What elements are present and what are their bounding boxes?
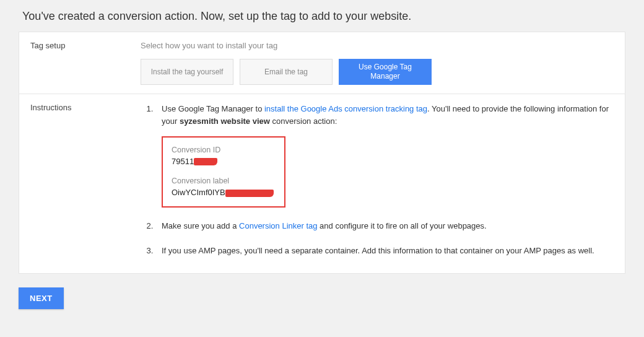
instructions-list: Use Google Tag Manager to install the Go…: [141, 103, 614, 265]
instructions-label: Instructions: [30, 103, 141, 265]
next-button[interactable]: NEXT: [19, 287, 64, 309]
tab-use-gtm[interactable]: Use Google Tag Manager: [339, 59, 432, 85]
conversion-action-name: syzesmith website view: [180, 116, 270, 126]
tag-setup-label: Tag setup: [30, 41, 141, 85]
tab-email-tag[interactable]: Email the tag: [240, 59, 333, 85]
instruction-step-3: If you use AMP pages, you'll need a sepa…: [155, 245, 610, 257]
tag-setup-row: Tag setup Select how you want to install…: [19, 32, 625, 94]
step1-text-c: conversion action:: [270, 116, 337, 126]
conversion-label-label: Conversion label: [172, 176, 276, 187]
conversion-details-box: Conversion ID 79511 Conversion label Oiw…: [162, 136, 285, 207]
instruction-step-2: Make sure you add a Conversion Linker ta…: [155, 220, 610, 232]
conversion-label-value: OiwYCImf0IYB: [172, 187, 225, 198]
conversion-id-label: Conversion ID: [172, 145, 276, 156]
instructions-row: Instructions Use Google Tag Manager to i…: [19, 94, 625, 273]
conversion-linker-tag-link[interactable]: Conversion Linker tag: [239, 221, 317, 230]
step2-text-a: Make sure you add a: [162, 221, 239, 230]
instruction-step-1: Use Google Tag Manager to install the Go…: [155, 103, 610, 208]
install-tracking-tag-link[interactable]: install the Google Ads conversion tracki…: [264, 104, 427, 113]
install-method-tabs: Install the tag yourself Email the tag U…: [141, 59, 614, 85]
tag-setup-helper: Select how you want to install your tag: [141, 41, 614, 50]
redacted-block: [225, 190, 274, 197]
tab-install-yourself[interactable]: Install the tag yourself: [141, 59, 233, 85]
setup-card: Tag setup Select how you want to install…: [19, 32, 625, 274]
conversion-id-value: 79511: [172, 156, 194, 167]
step1-text-a: Use Google Tag Manager to: [162, 104, 264, 113]
step2-text-b: and configure it to fire on all of your …: [318, 221, 487, 230]
page-heading: You've created a conversion action. Now,…: [0, 0, 644, 32]
redacted-block: [194, 158, 217, 165]
